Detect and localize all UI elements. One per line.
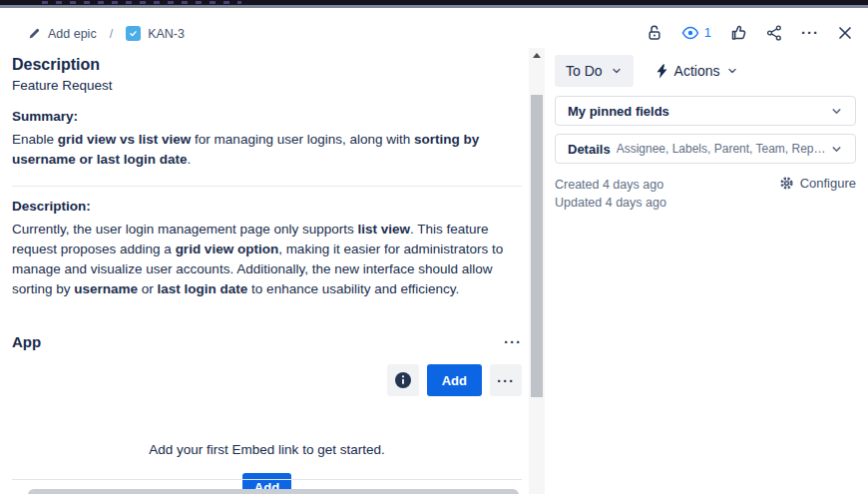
- app-section-header: App ···: [12, 333, 522, 350]
- watch-button[interactable]: 1: [681, 25, 711, 40]
- bottom-divider: [12, 479, 522, 480]
- summary-label: Summary:: [12, 109, 522, 124]
- description-value[interactable]: Feature Request: [12, 78, 522, 93]
- configure-label: Configure: [800, 176, 856, 191]
- issue-sidebar: To Do Actions My pinned fields Details A…: [555, 55, 856, 212]
- details-label: Details: [568, 142, 611, 157]
- eye-icon: [681, 26, 699, 40]
- actions-dropdown[interactable]: Actions: [648, 55, 746, 87]
- updated-date: Updated 4 days ago: [555, 194, 666, 212]
- content-scrollbar[interactable]: [529, 48, 545, 494]
- header-actions: 1 ···: [647, 24, 852, 41]
- chevron-down-icon: [726, 65, 738, 77]
- issue-header: Add epic / KAN-3 1 ···: [0, 8, 868, 52]
- summary-text[interactable]: Enable grid view vs list view for managi…: [12, 130, 522, 170]
- unlock-icon[interactable]: [647, 24, 662, 41]
- app-section-title: App: [12, 333, 41, 350]
- chevron-down-icon: [830, 143, 843, 156]
- chevron-down-icon: [611, 65, 623, 77]
- pinned-fields-label: My pinned fields: [568, 104, 669, 119]
- status-label: To Do: [566, 63, 603, 79]
- actions-label: Actions: [674, 63, 720, 79]
- chrome-tab-fragment: [42, 1, 241, 4]
- share-icon[interactable]: [766, 25, 782, 41]
- info-icon: [394, 371, 412, 389]
- add-epic-button[interactable]: Add epic: [28, 27, 97, 41]
- issue-key-label: KAN-3: [148, 27, 185, 41]
- details-panel[interactable]: Details Assignee, Labels, Parent, Team, …: [555, 134, 856, 164]
- chevron-down-icon: [830, 105, 843, 118]
- task-type-icon: [126, 26, 141, 41]
- thumbs-up-icon[interactable]: [730, 24, 747, 41]
- breadcrumb-separator: /: [110, 27, 113, 41]
- gear-icon: [779, 176, 794, 191]
- scrollbar-thumb[interactable]: [531, 95, 543, 397]
- configure-button[interactable]: Configure: [779, 176, 856, 191]
- description-section-title: Description: [12, 56, 522, 74]
- status-actions-row: To Do Actions: [555, 55, 856, 87]
- pinned-fields-panel[interactable]: My pinned fields: [555, 96, 856, 126]
- more-actions-icon[interactable]: ···: [801, 25, 819, 40]
- embed-toolbar: Add ···: [12, 364, 522, 396]
- scrollbar-up-button[interactable]: [529, 48, 545, 63]
- embed-more-button[interactable]: ···: [490, 364, 522, 396]
- add-epic-label: Add epic: [48, 27, 97, 41]
- embed-add-button-toolbar[interactable]: Add: [427, 364, 482, 396]
- pencil-icon: [28, 27, 41, 40]
- content-divider: [12, 186, 522, 187]
- created-date: Created 4 days ago: [555, 176, 666, 194]
- issue-key-link[interactable]: KAN-3: [126, 26, 185, 41]
- lightning-bolt-icon: [655, 64, 668, 79]
- issue-meta-row: Created 4 days ago Updated 4 days ago Co…: [555, 176, 856, 212]
- details-fields-summary: Assignee, Labels, Parent, Team, Reporter: [617, 142, 830, 156]
- status-dropdown[interactable]: To Do: [555, 55, 634, 87]
- issue-dates: Created 4 days ago Updated 4 days ago: [555, 176, 666, 212]
- embed-empty-message: Add your first Embed link to get started…: [12, 442, 522, 457]
- description-text[interactable]: Currently, the user login management pag…: [12, 220, 522, 299]
- info-button[interactable]: [387, 364, 419, 396]
- scroll-up-arrow-icon: [533, 53, 541, 58]
- breadcrumb: Add epic / KAN-3: [28, 26, 185, 41]
- description-label: Description:: [12, 199, 522, 214]
- issue-content-panel: Description Feature Request Summary: Ena…: [12, 50, 522, 494]
- watchers-count: 1: [704, 25, 711, 40]
- collapsed-panel-edge: [28, 489, 519, 494]
- app-more-icon[interactable]: ···: [504, 334, 522, 349]
- close-icon[interactable]: [838, 26, 852, 40]
